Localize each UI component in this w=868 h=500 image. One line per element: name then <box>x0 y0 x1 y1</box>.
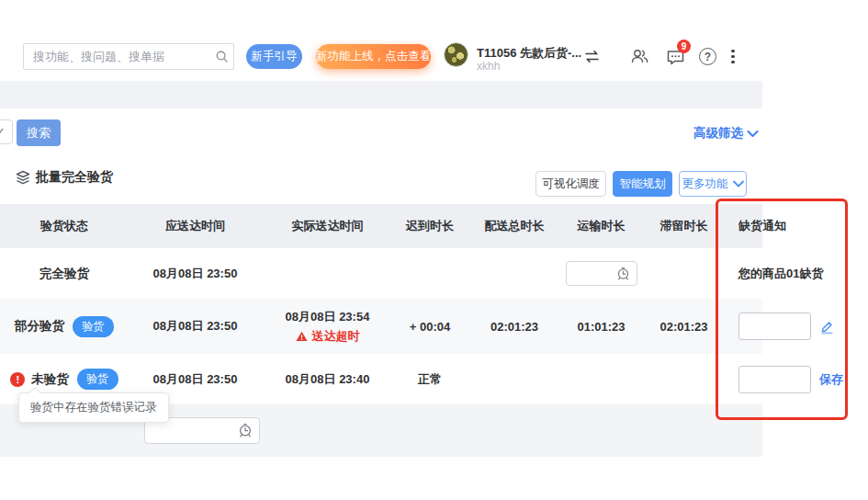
layers-icon <box>16 170 30 186</box>
avatar[interactable] <box>444 42 468 67</box>
actual-time: 08月08日 23:54 <box>286 308 370 326</box>
expected-time: 08月08日 23:50 <box>153 266 238 282</box>
warning-triangle-icon <box>296 331 308 342</box>
help-icon[interactable]: ? <box>699 48 716 65</box>
shortage-message: 您的商品01缺货 <box>738 266 823 282</box>
smart-planning-button[interactable]: 智能规划 <box>613 171 672 197</box>
status-label: 部分验货 <box>15 318 64 335</box>
col-header-stay: 滞留时长 <box>640 204 727 248</box>
more-icon[interactable] <box>728 48 738 65</box>
topbar: 新手引导 新功能上线，点击查看 T11056 先款后货-... xkhh 9 ? <box>0 0 868 81</box>
error-tooltip: 验货中存在验货错误记录 <box>18 392 169 423</box>
expected-time: 08月08日 23:50 <box>153 371 238 388</box>
account-subtitle: xkhh <box>477 60 500 73</box>
search-button[interactable]: 搜索 <box>17 119 61 146</box>
status-label: 未验货 <box>31 371 69 388</box>
stay-duration: 02:01:23 <box>659 320 707 334</box>
newbie-guide-button[interactable]: 新手引导 <box>246 44 302 69</box>
transport-duration: 01:01:23 <box>577 320 625 334</box>
col-header-transport: 运输时长 <box>562 204 640 248</box>
search-icon[interactable] <box>209 50 233 63</box>
visual-dispatch-button[interactable]: 可视化调度 <box>535 171 606 197</box>
edit-icon[interactable] <box>819 319 835 335</box>
table-row: 完全验货 08月08日 23:50 您的商品01缺货 <box>0 248 868 299</box>
global-search-input[interactable] <box>24 50 209 63</box>
col-header-expected: 应送达时间 <box>129 204 262 248</box>
inspect-button[interactable]: 验货 <box>77 369 118 390</box>
transport-duration-input[interactable] <box>566 261 637 286</box>
col-header-actual: 实际送达时间 <box>262 204 393 248</box>
advanced-filter-label: 高级筛选 <box>693 125 743 142</box>
error-alert-icon[interactable]: ! <box>10 372 25 387</box>
contacts-icon[interactable] <box>630 48 649 64</box>
chevron-down-icon <box>747 130 759 138</box>
more-functions-button[interactable]: 更多功能 <box>679 171 747 197</box>
col-header-shortage: 缺货通知 <box>727 204 868 248</box>
overdue-warning: 送达超时 <box>296 327 360 346</box>
col-header-status: 验货状态 <box>0 204 129 248</box>
shortage-notice-input[interactable] <box>738 366 811 393</box>
expected-time: 08月08日 23:50 <box>153 318 238 335</box>
col-header-late: 迟到时长 <box>393 204 467 248</box>
inspect-button[interactable]: 验货 <box>73 316 114 337</box>
shortage-notice-input[interactable] <box>738 312 811 340</box>
total-duration: 02:01:23 <box>490 320 538 334</box>
actual-time: 08月08日 23:40 <box>286 371 370 388</box>
clock-icon <box>616 267 630 281</box>
app-window: 新手引导 新功能上线，点击查看 T11056 先款后货-... xkhh 9 ?… <box>0 0 868 500</box>
messages-badge: 9 <box>677 40 691 53</box>
advanced-filter-link[interactable]: 高级筛选 <box>693 125 759 142</box>
clock-icon <box>238 423 253 438</box>
switch-account-icon[interactable] <box>584 50 600 63</box>
section-title: 批量完全验货 <box>16 169 113 186</box>
table-row: 部分验货 验货 08月08日 23:50 08月08日 23:54 送达超时 +… <box>0 299 868 354</box>
checkbox-stub[interactable]: ✓ <box>0 119 13 144</box>
late-duration: + 00:04 <box>410 320 450 334</box>
status-label: 完全验货 <box>39 266 89 282</box>
chevron-down-icon <box>733 180 744 188</box>
new-feature-promo-button[interactable]: 新功能上线，点击查看 <box>316 44 431 69</box>
table-header-row: 验货状态 应送达时间 实际送达时间 迟到时长 配送总时长 运输时长 滞留时长 缺… <box>0 204 868 248</box>
separator-band <box>0 81 762 108</box>
save-link[interactable]: 保存 <box>819 371 843 388</box>
col-header-total: 配送总时长 <box>467 204 562 248</box>
global-search[interactable] <box>23 43 234 70</box>
late-duration: 正常 <box>418 371 442 388</box>
